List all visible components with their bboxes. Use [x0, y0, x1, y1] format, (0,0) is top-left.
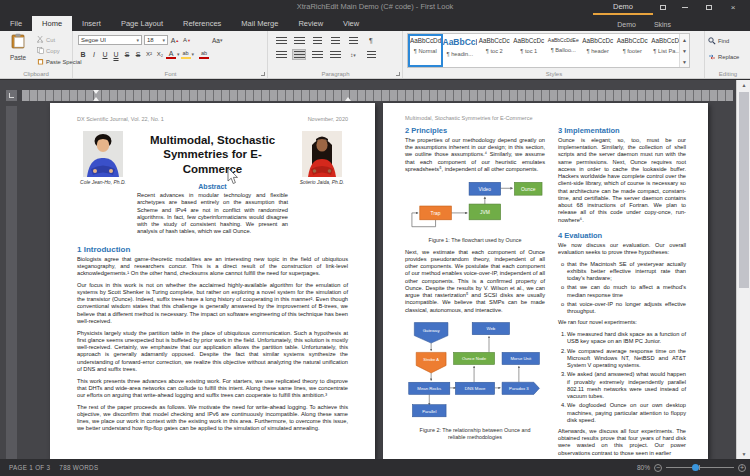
- zoom-control: 80% − +: [637, 459, 746, 476]
- paragraph: Biologists agree that game-theoretic mod…: [77, 256, 348, 278]
- tab-type-selector[interactable]: [6, 90, 17, 101]
- numbered-list-button[interactable]: [292, 35, 306, 46]
- find-icon: [708, 37, 716, 45]
- gallery-scroll-up-icon[interactable]: ▲: [680, 34, 689, 45]
- ribbon-tab-row: File Home Insert Page Layout References …: [0, 15, 750, 31]
- shading-button[interactable]: [364, 49, 378, 60]
- tab-review[interactable]: Review: [288, 16, 333, 31]
- zoom-out-button[interactable]: −: [654, 464, 662, 472]
- tab-demo[interactable]: Demo: [608, 18, 645, 31]
- font-name-combo[interactable]: Segoe UI▾: [78, 35, 142, 45]
- style-item-heading[interactable]: AaBbCcL ¶ headin...: [443, 34, 478, 67]
- superscript-button[interactable]: X²: [144, 49, 154, 59]
- style-item-toc2[interactable]: AaBbCcDc ¶ toc 2: [477, 34, 512, 67]
- horizontal-ruler[interactable]: [22, 90, 733, 101]
- align-center-button[interactable]: [292, 49, 306, 60]
- double-strikethrough-button[interactable]: S: [133, 49, 143, 59]
- figure-1-caption: Figure 1: The flowchart used by Ounce: [413, 237, 537, 244]
- bullet-list-icon: [276, 37, 287, 45]
- paragraph: Next, we estimate that each component of…: [405, 249, 545, 314]
- align-left-button[interactable]: [274, 49, 288, 60]
- italic-button[interactable]: I: [89, 49, 99, 59]
- chevron-down-icon: ▾: [192, 51, 195, 57]
- scroll-down-icon[interactable]: ▼: [737, 449, 750, 459]
- increase-indent-button[interactable]: [346, 35, 360, 46]
- replace-button[interactable]: Replace: [706, 51, 750, 62]
- font-color-button[interactable]: A: [166, 50, 176, 59]
- tab-references[interactable]: References: [173, 16, 231, 31]
- underline-button[interactable]: U: [100, 49, 110, 59]
- style-item-header[interactable]: AaBbCcDc ¶ header: [581, 34, 616, 67]
- font-size-combo[interactable]: 18▾: [144, 35, 168, 45]
- paragraph: Our focus in this work is not on whether…: [77, 282, 348, 325]
- align-right-button[interactable]: [310, 49, 324, 60]
- clipboard-group-label: Clipboard: [0, 71, 72, 77]
- strikethrough-button[interactable]: S: [122, 49, 132, 59]
- text-effects-button[interactable]: ab: [199, 50, 209, 59]
- tab-mail-merge[interactable]: Mail Merge: [231, 16, 288, 31]
- list-item: othat the Macintosh SE of yesteryear act…: [558, 261, 686, 283]
- numbered-list-icon: [294, 37, 305, 45]
- svg-text:Ounce: Ounce: [521, 186, 536, 191]
- tab-insert[interactable]: Insert: [72, 16, 111, 31]
- style-item-normal[interactable]: AaBbCcDd ¶ Normal: [408, 34, 443, 67]
- zoom-in-button[interactable]: +: [738, 464, 746, 472]
- gallery-scroll-down-icon[interactable]: ▼: [680, 45, 689, 56]
- multilevel-list-icon: [313, 37, 322, 45]
- mouse-cursor: [227, 168, 239, 185]
- svg-text:Trap: Trap: [431, 211, 441, 216]
- list-item: othat we can do much to affect a method'…: [558, 284, 686, 298]
- tab-file[interactable]: File: [0, 16, 32, 31]
- style-item-toc1[interactable]: AaBbCcDc ¶ toc 1: [512, 34, 547, 67]
- paragraph: Afterwards, we discuss all four experime…: [558, 428, 686, 457]
- tab-home[interactable]: Home: [32, 16, 72, 31]
- scroll-up-icon[interactable]: ▲: [737, 80, 750, 90]
- subscript-button[interactable]: X₂: [155, 49, 165, 59]
- demo-category-tab[interactable]: Demo: [593, 2, 653, 15]
- double-underline-button[interactable]: U: [111, 49, 121, 59]
- svg-text:Video: Video: [479, 186, 492, 191]
- highlight-color-button[interactable]: ab: [181, 50, 191, 59]
- font-group-label: Font: [74, 71, 267, 77]
- paragraph-dialog-launcher-icon[interactable]: [396, 72, 400, 76]
- document-page-1[interactable]: DX Scientific Journal, Vol. 22, No. 1 No…: [50, 103, 375, 459]
- paragraph: The rest of the paper proceeds as follow…: [77, 404, 348, 433]
- zoom-slider[interactable]: [666, 467, 734, 468]
- restore-window-icon[interactable]: [654, 2, 672, 13]
- svg-text:Strobe A: Strobe A: [423, 358, 439, 363]
- vertical-ruler[interactable]: [6, 106, 17, 459]
- shrink-font-button[interactable]: A▼: [182, 35, 192, 45]
- maximize-button[interactable]: [700, 2, 718, 13]
- find-button[interactable]: Find: [706, 35, 750, 46]
- scrollbar-thumb[interactable]: [739, 92, 749, 288]
- tab-page-layout[interactable]: Page Layout: [111, 16, 173, 31]
- vertical-scrollbar[interactable]: ▲ ▼: [736, 80, 750, 459]
- line-spacing-button[interactable]: ↕▾: [346, 49, 360, 60]
- style-item-footer[interactable]: AaBbCcDc ¶ footer: [615, 34, 650, 67]
- zoom-slider-handle[interactable]: [692, 464, 699, 471]
- document-page-2[interactable]: Multimodal, Stochastic Symmetries for E-…: [383, 103, 708, 459]
- font-dialog-launcher-icon[interactable]: [261, 72, 265, 76]
- decrease-indent-button[interactable]: [328, 35, 342, 46]
- gallery-expand-icon[interactable]: ▼: [680, 56, 689, 67]
- paste-icon: [10, 33, 26, 49]
- svg-text:JVM: JVM: [480, 210, 490, 215]
- change-case-button[interactable]: Aa▾: [212, 35, 222, 45]
- paste-button[interactable]: Paste: [3, 33, 33, 75]
- close-button[interactable]: ×: [724, 2, 742, 13]
- bold-button[interactable]: B: [78, 49, 88, 59]
- grow-font-button[interactable]: A▲: [170, 35, 180, 45]
- right-indent-marker[interactable]: [345, 97, 351, 101]
- chevron-down-icon: ▾: [136, 37, 139, 43]
- minimize-button[interactable]: [676, 2, 694, 13]
- show-marks-button[interactable]: ¶: [364, 35, 378, 46]
- left-indent-marker[interactable]: [93, 97, 99, 101]
- bullet-list-button[interactable]: [274, 35, 288, 46]
- paragraph: This work presents three advances above …: [77, 378, 348, 400]
- multilevel-list-button[interactable]: [310, 35, 324, 46]
- tab-view[interactable]: View: [333, 16, 369, 31]
- first-line-indent-marker[interactable]: [93, 90, 99, 94]
- style-item-balloon[interactable]: AaBbCcDdEe ¶ Balloo...: [546, 34, 581, 67]
- justify-button[interactable]: [328, 49, 342, 60]
- tab-skins[interactable]: Skins: [645, 18, 680, 31]
